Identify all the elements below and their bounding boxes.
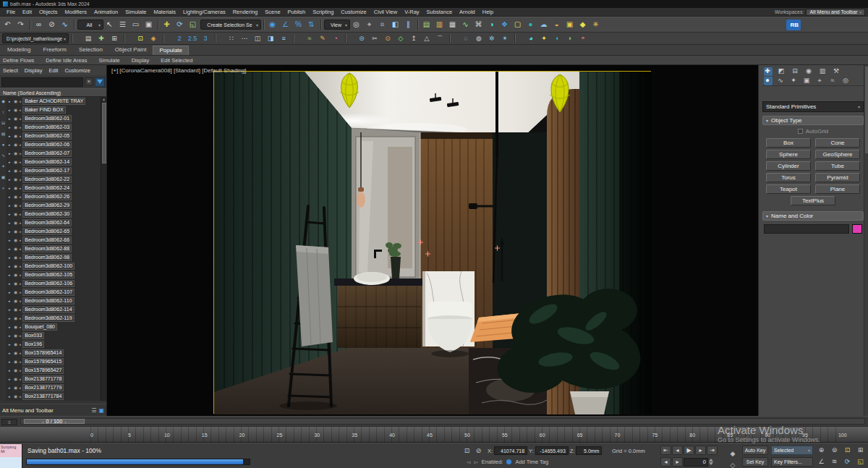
filter-helpers-icon[interactable]: ⌖ [2, 186, 4, 190]
object-name-label[interactable]: Bedroom3d8062-14 [22, 158, 72, 166]
ribbon-tab-modeling[interactable]: Modeling [1, 46, 36, 55]
select-and-move-icon[interactable]: ✚▾ [161, 19, 174, 31]
keyboard-override-icon[interactable]: ⌗▾ [377, 19, 389, 31]
time-slider-options[interactable]: ≡ [1, 419, 17, 425]
maximize-viewport-icon[interactable]: ◱▾ [855, 456, 867, 467]
primitive-button[interactable]: Cone [815, 138, 860, 148]
object-name-label[interactable]: Box033 [22, 332, 44, 339]
named-selection-sets-field[interactable]: Create Selection Se▾ [200, 20, 261, 30]
visibility-eye-icon[interactable]: ◉ [14, 333, 17, 338]
expand-caret-icon[interactable]: ▸ [9, 152, 12, 156]
shapes-category[interactable]: ∿▾ [777, 77, 786, 85]
visibility-eye-icon[interactable]: ◉ [14, 229, 17, 234]
chamfer-icon[interactable]: ◇▾ [396, 33, 407, 43]
expand-caret-icon[interactable]: ▸ [9, 169, 12, 173]
scroll-up-icon[interactable]: ▲ [102, 97, 106, 103]
object-name-label[interactable]: Baker FIND BOX [22, 106, 65, 114]
tag-forward-icon[interactable]: ▻ [474, 459, 477, 465]
orbit-icon[interactable]: ⟳▾ [842, 456, 854, 467]
field-of-view-icon[interactable]: ∠▾ [816, 456, 828, 467]
expand-caret-icon[interactable]: ▸ [9, 100, 12, 103]
snaps-toggle-icon[interactable]: ◉▾ [267, 19, 279, 31]
visibility-eye-icon[interactable]: ◉ [14, 342, 17, 346]
align-icon[interactable]: ∥▾ [403, 19, 415, 31]
menu-item[interactable]: Help [479, 9, 497, 15]
object-name-label[interactable]: Bedroom3d8062-30 [22, 210, 72, 218]
workspace-rb-badge[interactable]: RB▾ [786, 20, 801, 30]
render-setup-icon[interactable]: ❖▾ [499, 19, 511, 31]
expand-caret-icon[interactable]: ▸ [9, 135, 12, 138]
menu-item[interactable]: Substance [423, 9, 456, 15]
menu-item[interactable]: Rendering [229, 9, 262, 15]
expand-caret-icon[interactable]: ▸ [9, 299, 12, 303]
object-name-label[interactable]: Bedroom3d8062-107 [22, 289, 75, 296]
explorer-row[interactable]: ▸◉●Bedroom3d8062-64 [7, 218, 101, 227]
object-name-label[interactable]: Box1578965427 [22, 367, 64, 374]
listener-pink-pane[interactable]: Scripting Mi [0, 444, 22, 457]
undo-icon[interactable]: ↶▾ [2, 19, 14, 31]
current-frame-field[interactable]: 0 [684, 458, 708, 467]
rectangular-selection-region-icon[interactable]: ▭▾ [130, 19, 142, 31]
menu-item[interactable]: Scripting [309, 9, 337, 15]
x-coordinate-field[interactable]: 41074.718 [494, 446, 527, 455]
isolate-status-icon[interactable]: ⊡▾ [463, 446, 472, 456]
menu-item[interactable]: V-Ray [401, 9, 422, 15]
clone-icon[interactable]: ◫▾ [252, 33, 264, 43]
ribbon-tab-selection[interactable]: Selection [73, 46, 109, 55]
light-lister-icon[interactable]: ✦▾ [539, 33, 550, 43]
menu-item[interactable]: Modifiers [61, 9, 90, 15]
expand-caret-icon[interactable]: ▸ [9, 204, 12, 208]
object-name-label[interactable]: Box2138771778 [22, 375, 64, 383]
snaps-3d-icon[interactable]: 3▾ [200, 33, 212, 43]
expand-caret-icon[interactable]: ▸ [9, 213, 12, 216]
pin-explorer-icon[interactable]: ◆ [1, 99, 5, 103]
object-type-rollout[interactable]: ▾Object Type [762, 116, 864, 125]
ribbon-panel-item[interactable]: Simulate [98, 57, 119, 64]
explorer-menu-item[interactable]: Display [25, 67, 43, 74]
previous-frame-button[interactable]: ◂ [672, 446, 683, 455]
snaps-2d-icon[interactable]: 2▾ [174, 33, 186, 43]
object-name-label[interactable]: Bedroom3d8062-01 [22, 115, 72, 122]
prev-frame-arrow-icon[interactable]: ‹ [43, 420, 44, 424]
object-name-field[interactable] [764, 224, 849, 234]
track-bar[interactable]: 0 5 10 15 20 25 30 35 40 45 50 55 60 65 … [0, 427, 868, 443]
object-name-label[interactable]: Box2138771779 [22, 384, 64, 391]
toggle-scene-explorer-icon[interactable]: ▤▾ [421, 19, 433, 31]
zoom-extents-icon[interactable]: ⊡▾ [842, 445, 854, 455]
expand-caret-icon[interactable]: ▸ [9, 187, 12, 190]
explorer-row[interactable]: ▸◉●Bouquet_080 [7, 323, 101, 331]
filter-cameras-icon[interactable]: ▣ [1, 175, 6, 179]
schematic-view-icon[interactable]: ⌘▾ [473, 19, 485, 31]
add-to-layer-icon[interactable]: ⊞▾ [109, 33, 121, 43]
explorer-row[interactable]: ▸◉●Box2138771778 [7, 375, 101, 383]
select-similar-icon[interactable]: ≈▾ [305, 33, 316, 43]
explorer-row[interactable]: ▸◉●Bedroom3d8062-22 [7, 175, 101, 184]
select-by-name-icon[interactable]: ☰▾ [117, 19, 129, 31]
bevel-icon[interactable]: △▾ [422, 33, 433, 43]
object-name-label[interactable]: Bedroom3d8062-17 [22, 167, 72, 174]
render-production-icon[interactable]: ●▾ [525, 19, 537, 31]
menu-item[interactable]: Civil View [370, 9, 401, 15]
go-to-start-button[interactable]: ⇤ [660, 446, 671, 455]
environment-icon[interactable]: ◗▾ [565, 33, 576, 43]
primitive-button[interactable]: TextPlus [791, 196, 835, 205]
extrude-icon[interactable]: ↥▾ [409, 33, 420, 43]
paint-selection-icon[interactable]: ✎▾ [318, 33, 329, 43]
object-name-label[interactable]: Bedroom3d8062-05 [22, 132, 72, 140]
visibility-eye-icon[interactable]: ◉ [14, 116, 17, 121]
lights-category[interactable]: ✦▾ [790, 77, 799, 85]
explorer-row[interactable]: ▸◉●Bedroom3d8062-88 [7, 244, 101, 253]
visibility-eye-icon[interactable]: ◉ [14, 195, 17, 199]
toolbar-list-icon[interactable]: ☰ [91, 407, 96, 414]
key-step-forward-button[interactable]: ▸ [672, 457, 683, 467]
spinner-snap-icon[interactable]: ⇅▾ [306, 19, 318, 31]
object-name-label[interactable]: Bedroom3d8062-03 [22, 124, 72, 131]
viewport-label[interactable]: [+] [CoronaCamera008] [Standard] [Defaul… [111, 67, 247, 74]
expand-caret-icon[interactable]: ▸ [9, 308, 12, 312]
expand-caret-icon[interactable]: ▸ [9, 378, 12, 381]
time-slider-handle[interactable]: ‹0 / 100› [24, 419, 85, 424]
key-mode-icon[interactable]: ◇ [728, 461, 738, 468]
visibility-eye-icon[interactable]: ◉ [14, 394, 17, 399]
space-warps-category[interactable]: ≈▾ [829, 77, 838, 85]
visibility-eye-icon[interactable]: ◉ [14, 359, 17, 364]
